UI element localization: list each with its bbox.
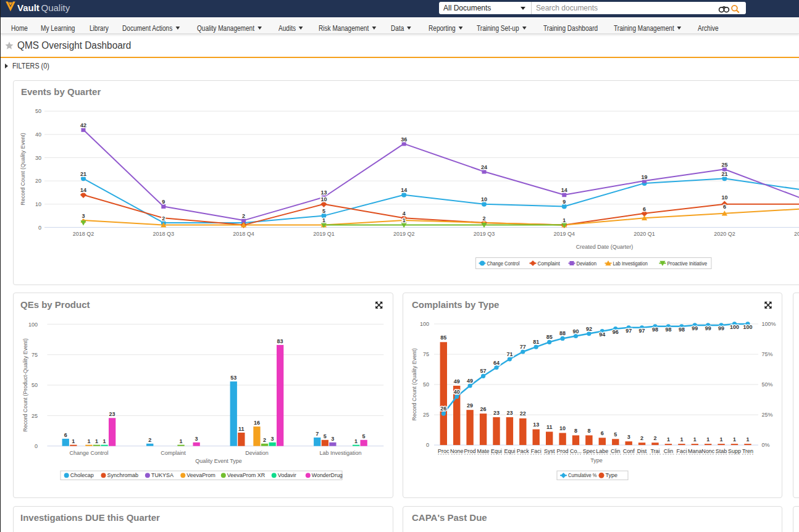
- svg-text:Deviation: Deviation: [245, 450, 269, 456]
- svg-text:25: 25: [31, 413, 38, 419]
- svg-text:85: 85: [546, 334, 553, 340]
- svg-text:94: 94: [599, 331, 605, 338]
- svg-text:Pack: Pack: [517, 448, 530, 454]
- svg-text:Quality Event Type: Quality Event Type: [195, 458, 241, 464]
- svg-text:99: 99: [692, 325, 698, 331]
- svg-text:97: 97: [639, 328, 645, 334]
- svg-text:1: 1: [72, 438, 75, 444]
- svg-text:1: 1: [403, 217, 406, 223]
- svg-text:2018 Q3: 2018 Q3: [153, 231, 175, 237]
- svg-text:5: 5: [322, 208, 325, 214]
- svg-text:2: 2: [263, 437, 266, 443]
- svg-text:2: 2: [148, 437, 151, 443]
- svg-text:2018 Q2: 2018 Q2: [73, 231, 94, 237]
- svg-text:Proc: Proc: [438, 448, 450, 454]
- svg-text:83: 83: [277, 338, 283, 344]
- svg-text:36: 36: [401, 136, 407, 143]
- svg-text:Dist: Dist: [637, 448, 647, 454]
- svg-text:75%: 75%: [762, 351, 773, 357]
- svg-text:None: None: [450, 448, 464, 454]
- svg-text:64: 64: [493, 360, 500, 366]
- svg-text:10: 10: [721, 194, 727, 201]
- svg-text:Proactive Initiative: Proactive Initiative: [667, 260, 708, 267]
- svg-text:0: 0: [426, 442, 429, 448]
- svg-text:2019 Q2: 2019 Q2: [393, 231, 415, 237]
- svg-text:Vodavir: Vodavir: [278, 472, 296, 478]
- svg-text:2: 2: [482, 215, 485, 222]
- svg-text:1: 1: [87, 438, 90, 444]
- svg-text:Spec: Spec: [583, 448, 596, 454]
- svg-text:0%: 0%: [762, 442, 770, 448]
- svg-text:1: 1: [746, 436, 749, 443]
- svg-text:0: 0: [35, 443, 38, 449]
- svg-text:90: 90: [572, 328, 579, 335]
- svg-text:19: 19: [642, 174, 648, 180]
- svg-text:1: 1: [667, 436, 670, 443]
- svg-text:3: 3: [82, 213, 85, 219]
- svg-text:40: 40: [35, 131, 41, 138]
- svg-text:1: 1: [102, 438, 106, 444]
- svg-text:Trai: Trai: [650, 448, 659, 454]
- svg-text:2: 2: [242, 213, 245, 219]
- svg-text:1: 1: [706, 436, 709, 443]
- svg-text:2019 Q1: 2019 Q1: [313, 231, 335, 237]
- svg-text:Record Count (Quality Event): Record Count (Quality Event): [20, 133, 26, 206]
- svg-text:24: 24: [481, 164, 487, 170]
- svg-text:8: 8: [587, 428, 590, 434]
- svg-text:10: 10: [481, 196, 487, 202]
- svg-text:6: 6: [723, 204, 726, 210]
- svg-text:3: 3: [195, 436, 198, 442]
- svg-text:57: 57: [480, 368, 487, 374]
- svg-text:2018 Q4: 2018 Q4: [233, 231, 254, 237]
- svg-text:1: 1: [563, 217, 566, 223]
- svg-text:Equi: Equi: [504, 448, 515, 454]
- svg-text:40: 40: [454, 389, 460, 395]
- svg-text:85: 85: [440, 335, 446, 341]
- svg-text:Supp: Supp: [728, 448, 741, 454]
- svg-text:100: 100: [743, 324, 752, 330]
- svg-text:25: 25: [423, 412, 429, 418]
- svg-text:6: 6: [643, 206, 646, 212]
- svg-text:Mate: Mate: [477, 448, 490, 454]
- svg-text:Cumulative %: Cumulative %: [568, 472, 597, 478]
- svg-text:1: 1: [720, 436, 723, 443]
- svg-text:25%: 25%: [762, 412, 773, 418]
- svg-text:Tren: Tren: [742, 448, 753, 454]
- svg-text:Conf: Conf: [623, 448, 635, 454]
- svg-text:Complaint: Complaint: [161, 450, 186, 456]
- svg-text:50: 50: [423, 381, 429, 388]
- svg-text:9: 9: [162, 199, 165, 205]
- svg-text:29: 29: [467, 402, 473, 409]
- svg-text:2019 Q3: 2019 Q3: [474, 231, 495, 237]
- svg-text:Faci: Faci: [531, 448, 542, 454]
- svg-text:88: 88: [559, 330, 566, 336]
- svg-text:10: 10: [35, 201, 41, 207]
- svg-text:5: 5: [324, 433, 327, 439]
- svg-text:13: 13: [320, 189, 327, 196]
- svg-text:100: 100: [730, 324, 739, 330]
- svg-text:2020 Q2: 2020 Q2: [714, 231, 735, 237]
- svg-text:2: 2: [653, 435, 656, 441]
- svg-text:23: 23: [493, 410, 500, 416]
- svg-text:4: 4: [403, 210, 406, 217]
- svg-text:VeevaProm XR: VeevaProm XR: [227, 472, 266, 478]
- svg-text:Type: Type: [590, 457, 603, 463]
- svg-text:2: 2: [162, 215, 165, 222]
- svg-text:26: 26: [480, 406, 487, 412]
- svg-text:Mana: Mana: [688, 448, 702, 454]
- svg-text:11: 11: [238, 426, 245, 432]
- svg-text:Created Date (Quarter): Created Date (Quarter): [576, 244, 634, 250]
- svg-text:7: 7: [316, 431, 319, 437]
- svg-text:50%: 50%: [762, 381, 773, 388]
- svg-text:9: 9: [563, 199, 566, 205]
- svg-text:1: 1: [733, 436, 736, 443]
- svg-text:Faci: Faci: [676, 448, 687, 454]
- svg-text:Clin: Clin: [611, 448, 621, 454]
- svg-text:50: 50: [31, 382, 38, 388]
- svg-text:1: 1: [95, 438, 98, 444]
- svg-text:98: 98: [652, 326, 658, 333]
- svg-text:77: 77: [520, 344, 526, 350]
- svg-text:Nonc: Nonc: [701, 448, 715, 454]
- svg-text:49: 49: [454, 378, 460, 384]
- svg-text:Prod: Prod: [464, 448, 476, 454]
